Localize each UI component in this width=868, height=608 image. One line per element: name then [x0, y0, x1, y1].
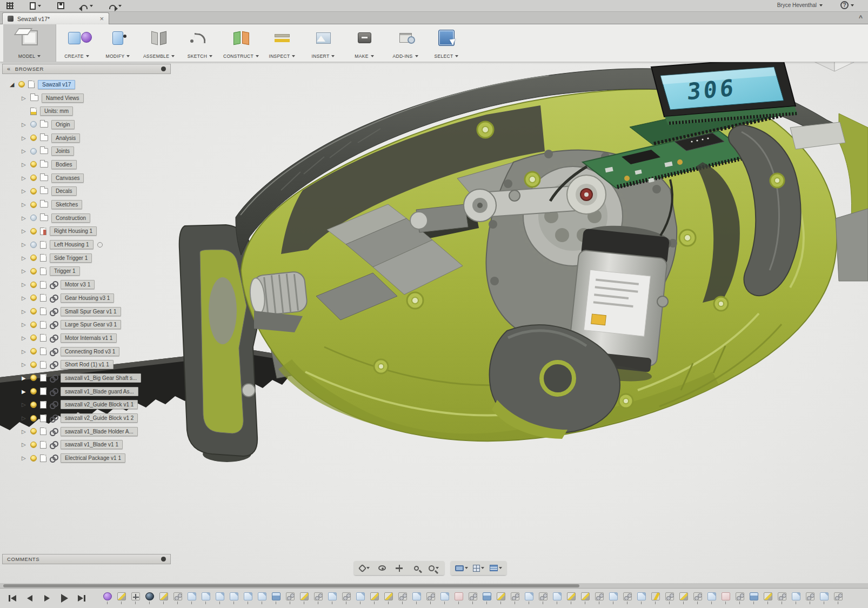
tree-item-label[interactable]: sawzall v1_Blade v1 1	[61, 440, 123, 449]
tree-item-label[interactable]: Motor v3 1	[61, 280, 95, 289]
visibility-bulb-icon[interactable]	[30, 322, 37, 328]
visibility-bulb-icon[interactable]	[30, 255, 37, 261]
tree-item-label[interactable]: Motor Internals v1 1	[61, 333, 117, 343]
play-button[interactable]	[57, 592, 71, 604]
comments-header[interactable]: COMMENTS	[2, 554, 171, 564]
disclosure-triangle-icon[interactable]	[22, 282, 30, 288]
timeline-feature-comp[interactable]	[201, 592, 210, 604]
tree-item-label[interactable]: Small Spur Gear v1 1	[61, 307, 121, 316]
visibility-bulb-icon[interactable]	[30, 428, 37, 435]
visibility-bulb-icon[interactable]	[30, 242, 37, 248]
timeline-feature-compR[interactable]	[721, 592, 730, 604]
nav-fit-button[interactable]	[427, 563, 440, 573]
timeline-feature-sketch[interactable]	[299, 592, 309, 604]
timeline-feature-move[interactable]	[131, 592, 140, 604]
timeline-feature-comp[interactable]	[257, 592, 266, 604]
timeline-feature-sketch[interactable]	[496, 592, 505, 604]
timeline-feature-joint[interactable]	[833, 592, 843, 604]
ribbon-tab-inspect[interactable]: INSPECT	[262, 24, 303, 62]
disclosure-triangle-icon[interactable]	[22, 148, 30, 154]
timeline-feature-joint[interactable]	[538, 592, 547, 604]
tree-item-label[interactable]: sawzall v1_Blade Holder A...	[61, 427, 138, 436]
close-icon[interactable]: ×	[99, 16, 104, 22]
timeline-feature-comp[interactable]	[440, 592, 449, 604]
tree-item-label[interactable]: Sawzall v17	[38, 80, 75, 89]
visibility-bulb-icon[interactable]	[30, 135, 37, 141]
tree-item-label[interactable]: Short Rod (1) v1 1	[61, 360, 113, 369]
disclosure-triangle-icon[interactable]	[22, 188, 30, 194]
disclosure-triangle-icon[interactable]	[22, 255, 30, 261]
timeline-feature-sketch[interactable]	[763, 592, 772, 604]
tree-item-label[interactable]: Joints	[51, 146, 74, 156]
tree-item-label[interactable]: sawzall v1_Big Gear Shaft s...	[61, 373, 141, 383]
ribbon-tab-insert[interactable]: INSERT	[303, 24, 344, 62]
disclosure-triangle-icon[interactable]	[22, 429, 30, 435]
browser-header[interactable]: « BROWSER	[2, 64, 171, 74]
timeline-feature-joint[interactable]	[313, 592, 323, 604]
tree-item-label[interactable]: Origin	[51, 120, 75, 129]
tree-item-label[interactable]: Large Spur Gear v3 1	[61, 320, 121, 329]
disclosure-triangle-icon[interactable]	[22, 95, 30, 101]
tree-item-label[interactable]: sawzall v2_Guide Block v1 2	[61, 413, 138, 423]
timeline-feature-joint[interactable]	[510, 592, 519, 604]
timeline-feature-joint[interactable]	[426, 592, 435, 604]
timeline-feature-cube[interactable]	[482, 592, 491, 604]
disclosure-triangle-icon[interactable]	[22, 402, 30, 407]
timeline-feature-joint[interactable]	[173, 592, 182, 604]
visibility-bulb-icon[interactable]	[30, 388, 37, 395]
visibility-bulb-icon[interactable]	[30, 362, 37, 368]
visibility-bulb-icon[interactable]	[30, 375, 37, 381]
tree-item-label[interactable]: sawzall v2_Guide Block v1 1	[61, 400, 138, 409]
timeline-feature-cube[interactable]	[749, 592, 758, 604]
nav-views-button[interactable]	[489, 563, 503, 573]
nav-look-button[interactable]	[375, 563, 389, 573]
tree-item-label[interactable]: Named Views	[42, 93, 84, 103]
visibility-bulb-icon[interactable]	[30, 282, 37, 288]
horizontal-scrollbar[interactable]	[0, 583, 868, 588]
disclosure-triangle-icon[interactable]	[22, 389, 30, 395]
disclosure-triangle-icon[interactable]	[22, 215, 30, 221]
timeline-feature-comp[interactable]	[356, 592, 365, 604]
timeline-feature-comp[interactable]	[412, 592, 421, 604]
nav-zoomwin-button[interactable]	[410, 563, 423, 573]
visibility-bulb-icon[interactable]	[18, 81, 25, 88]
visibility-bulb-icon[interactable]	[30, 455, 37, 462]
tree-item-label[interactable]: Gear Housing v3 1	[61, 293, 114, 303]
ribbon-tab-model[interactable]: MODEL	[3, 24, 56, 62]
nav-pan-button[interactable]	[392, 563, 406, 573]
timeline-feature-comp[interactable]	[524, 592, 533, 604]
disclosure-triangle-icon[interactable]	[22, 162, 30, 168]
disclosure-triangle-icon[interactable]	[22, 268, 30, 274]
nav-display-button[interactable]	[455, 563, 468, 573]
visibility-bulb-icon[interactable]	[30, 268, 37, 275]
step-back-button[interactable]	[23, 592, 37, 604]
disclosure-triangle-icon[interactable]	[22, 415, 30, 421]
timeline-feature-comp[interactable]	[707, 592, 716, 604]
timeline-feature-comp[interactable]	[187, 592, 196, 604]
timeline-feature-sketch[interactable]	[679, 592, 688, 604]
disclosure-triangle-icon[interactable]	[22, 322, 30, 328]
tree-item-label[interactable]: Electrical Package v1 1	[61, 453, 125, 463]
visibility-bulb-icon[interactable]	[30, 175, 37, 181]
tree-item-label[interactable]: sawzall v1_Blade guard As...	[61, 387, 138, 396]
timeline-feature-form[interactable]	[103, 592, 112, 604]
visibility-bulb-icon[interactable]	[30, 188, 37, 195]
tree-item-label[interactable]: Side Trigger 1	[50, 253, 92, 263]
go-to-start-button[interactable]	[5, 592, 19, 604]
visibility-bulb-icon[interactable]	[30, 402, 37, 408]
visibility-bulb-icon[interactable]	[30, 148, 37, 155]
panel-options-icon[interactable]	[161, 66, 166, 71]
tree-item-label[interactable]: Construction	[51, 213, 90, 223]
timeline-feature-sphere[interactable]	[145, 592, 154, 604]
timeline-feature-comp[interactable]	[819, 592, 829, 604]
disclosure-triangle-icon[interactable]	[22, 335, 30, 341]
redo-button[interactable]	[109, 3, 122, 9]
timeline-feature-comp[interactable]	[229, 592, 238, 604]
go-to-end-button[interactable]	[75, 592, 89, 604]
disclosure-triangle-icon[interactable]	[10, 81, 18, 88]
timeline-feature-joint[interactable]	[665, 592, 674, 604]
timeline-feature-comp[interactable]	[637, 592, 646, 604]
timeline-feature-compR[interactable]	[454, 592, 463, 604]
user-menu[interactable]: Bryce Heventhal	[777, 2, 823, 8]
timeline-feature-comp[interactable]	[552, 592, 562, 604]
